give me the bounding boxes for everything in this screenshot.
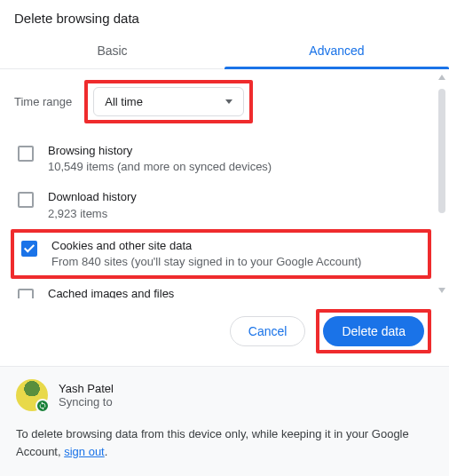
account-section: Yash Patel Syncing to To delete browsing… xyxy=(0,367,449,476)
scrollbar[interactable] xyxy=(438,75,445,293)
option-download-history: Download history 2,923 items xyxy=(14,182,428,228)
dialog-title: Delete browsing data xyxy=(0,0,449,35)
option-subtitle: From 840 sites (you'll stay signed in to… xyxy=(51,254,361,270)
account-row: Yash Patel Syncing to xyxy=(16,379,433,411)
options-scroll: Time range All time Browsing history 10,… xyxy=(0,69,449,298)
option-cached-images: Cached images and files 319 MB xyxy=(14,279,428,298)
checkbox-cached-images[interactable] xyxy=(18,289,34,298)
chevron-down-icon xyxy=(225,99,232,104)
time-range-label: Time range xyxy=(14,95,72,108)
tab-basic[interactable]: Basic xyxy=(0,35,224,68)
scroll-thumb[interactable] xyxy=(438,89,445,213)
scroll-up-icon[interactable] xyxy=(438,75,445,80)
checkbox-cookies[interactable] xyxy=(21,241,37,257)
sync-badge-icon xyxy=(35,399,50,413)
option-title: Browsing history xyxy=(48,143,272,159)
checkbox-download-history[interactable] xyxy=(18,192,34,208)
dialog-actions: Cancel Delete data xyxy=(0,298,449,367)
highlight-delete-button: Delete data xyxy=(316,309,431,353)
scroll-down-icon[interactable] xyxy=(438,288,445,293)
option-browsing-history: Browsing history 10,549 items (and more … xyxy=(14,136,428,182)
checkbox-browsing-history[interactable] xyxy=(18,146,34,162)
option-subtitle: 10,549 items (and more on synced devices… xyxy=(48,159,272,175)
delete-data-button[interactable]: Delete data xyxy=(323,316,424,346)
cancel-button[interactable]: Cancel xyxy=(230,316,306,346)
footer-post: . xyxy=(105,445,108,458)
option-title: Cached images and files xyxy=(48,286,174,298)
time-range-dropdown[interactable]: All time xyxy=(93,87,244,116)
time-range-row: Time range All time xyxy=(14,80,428,123)
tab-bar: Basic Advanced xyxy=(0,35,449,69)
footer-text: To delete browsing data from this device… xyxy=(16,425,433,460)
option-subtitle: 2,923 items xyxy=(48,206,137,222)
option-cookies: Cookies and other site data From 840 sit… xyxy=(11,229,431,279)
account-name: Yash Patel xyxy=(59,382,114,395)
time-range-value: All time xyxy=(105,95,143,108)
sign-out-link[interactable]: sign out xyxy=(64,445,105,458)
tab-advanced[interactable]: Advanced xyxy=(224,35,449,68)
account-sync-status: Syncing to xyxy=(59,395,114,409)
option-title: Download history xyxy=(48,189,137,205)
avatar xyxy=(16,379,48,411)
highlight-time-range: All time xyxy=(84,80,253,123)
option-title: Cookies and other site data xyxy=(51,238,361,254)
